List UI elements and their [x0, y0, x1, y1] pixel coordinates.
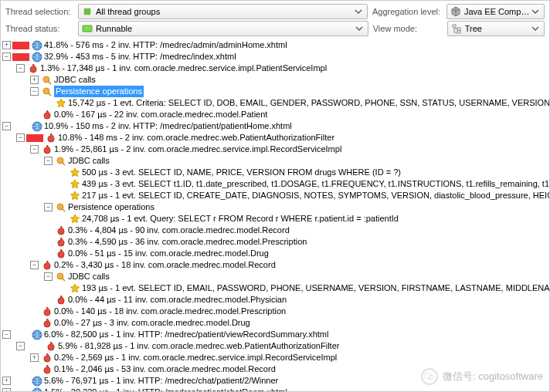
- tree-row[interactable]: 15,742 µs - 1 evt. Criteria: SELECT ID, …: [2, 97, 549, 109]
- tree-row[interactable]: 24,708 µs - 1 evt. Query: SELECT r FROM …: [2, 213, 549, 225]
- clover-icon: [82, 6, 93, 17]
- tree-row[interactable]: 439 µs - 3 evt. SELECT t1.ID, t1.date_pr…: [2, 178, 549, 190]
- collapse-toggle[interactable]: −: [44, 157, 53, 165]
- tree-row-label: 0.0% - 44 µs - 11 inv. com.oracle.medrec…: [68, 294, 287, 306]
- tree-row[interactable]: 0.0% - 51 µs - 15 inv. com.oracle.medrec…: [2, 248, 549, 259]
- percentage-bar: [26, 343, 43, 350]
- pin-icon: [56, 202, 66, 213]
- tree-row[interactable]: 193 µs - 1 evt. SELECT ID, EMAIL, PASSWO…: [2, 282, 549, 294]
- hot-icon: [42, 353, 53, 363]
- tree-row-label: 15,742 µs - 1 evt. Criteria: SELECT ID, …: [68, 97, 549, 109]
- no-toggle: [58, 180, 66, 188]
- collapse-toggle[interactable]: −: [44, 203, 53, 211]
- expand-toggle[interactable]: +: [2, 388, 11, 391]
- tree-row[interactable]: 0.0% - 140 µs - 18 inv. com.oracle.medre…: [2, 306, 549, 317]
- hot-icon: [46, 341, 56, 352]
- tree-row-label: 217 µs - 1 evt. SELECT ID, CREATE_DATE, …: [82, 190, 549, 201]
- percentage-bar: [12, 331, 29, 339]
- percentage-bar: [12, 42, 29, 49]
- collapse-toggle[interactable]: −: [16, 64, 25, 73]
- tree-row[interactable]: +0.2% - 2,569 µs - 1 inv. com.oracle.med…: [2, 352, 549, 363]
- tree-row[interactable]: −10.8% - 148 ms - 2 inv. com.oracle.medr…: [2, 132, 549, 144]
- tree-row[interactable]: 0.0% - 44 µs - 11 inv. com.oracle.medrec…: [2, 294, 549, 306]
- tree-row[interactable]: −1.3% - 17,348 µs - 1 inv. com.oracle.me…: [2, 63, 549, 74]
- globe-icon: [32, 329, 42, 340]
- tree-row-label: 0.2% - 3,430 µs - 18 inv. com.oracle.med…: [54, 259, 276, 271]
- tree-row[interactable]: −10.9% - 150 ms - 2 inv. HTTP: /medrec/p…: [2, 120, 549, 132]
- tree-row-label: 6.0% - 82,500 µs - 1 inv. HTTP: /medrec/…: [44, 329, 328, 340]
- collapse-toggle[interactable]: −: [16, 342, 25, 350]
- no-toggle: [58, 191, 66, 200]
- tree-row-label: 0.0% - 27 µs - 3 inv. com.oracle.medrec.…: [54, 317, 250, 329]
- tree-row-label: 5.6% - 76,971 µs - 1 inv. HTTP: /medrec/…: [44, 375, 278, 387]
- expand-toggle[interactable]: +: [2, 377, 11, 385]
- tree-row-label: 1.3% - 17,348 µs - 1 inv. com.oracle.med…: [40, 63, 327, 74]
- hot-icon: [42, 110, 53, 120]
- aggregation-combo[interactable]: Java EE Components: [446, 4, 545, 19]
- tree-row-label: JDBC calls: [68, 155, 110, 167]
- hot-icon: [56, 248, 66, 259]
- tree-row[interactable]: −Persistence operations: [2, 86, 549, 97]
- thread-status-value: Runnable: [96, 24, 132, 33]
- tree-row[interactable]: 0.1% - 2,046 µs - 53 inv. com.oracle.med…: [2, 363, 549, 375]
- tree-row[interactable]: −5.9% - 81,928 µs - 1 inv. com.oracle.me…: [2, 340, 549, 352]
- tree-row-label: Persistence operations: [68, 201, 154, 213]
- tree-row[interactable]: 500 µs - 3 evt. SELECT ID, NAME, PRICE, …: [2, 167, 549, 178]
- percentage-bar: [26, 134, 43, 142]
- pin-icon: [42, 86, 53, 97]
- expand-toggle[interactable]: +: [30, 76, 39, 84]
- tree-row-label: 10.8% - 148 ms - 2 inv. com.oracle.medre…: [58, 132, 334, 144]
- call-tree[interactable]: +41.8% - 576 ms - 2 inv. HTTP: /medrec/a…: [1, 38, 549, 391]
- runnable-icon: [82, 23, 93, 34]
- tree-row[interactable]: +1.5% - 20,220 µs - 1 inv. HTTP: /medrec…: [2, 387, 549, 391]
- tree-row[interactable]: −JDBC calls: [2, 155, 549, 167]
- collapse-toggle[interactable]: −: [30, 261, 39, 269]
- tree-row[interactable]: +JDBC calls: [2, 74, 549, 86]
- view-mode-combo[interactable]: Tree: [447, 21, 545, 36]
- expand-toggle[interactable]: +: [30, 353, 39, 362]
- star-icon: [70, 191, 80, 201]
- tree-row-label: 0.1% - 2,046 µs - 53 inv. com.oracle.med…: [54, 363, 276, 375]
- no-toggle: [44, 99, 53, 107]
- thread-selection-combo[interactable]: All thread groups: [78, 4, 368, 19]
- tree-row[interactable]: −JDBC calls: [2, 271, 549, 282]
- collapse-toggle[interactable]: −: [30, 145, 39, 154]
- tree-row-label: 0.0% - 51 µs - 15 inv. com.oracle.medrec…: [68, 248, 269, 259]
- collapse-toggle[interactable]: −: [2, 122, 11, 130]
- tree-row-label: 24,708 µs - 1 evt. Query: SELECT r FROM …: [82, 213, 399, 225]
- collapse-toggle[interactable]: −: [44, 272, 53, 281]
- hot-icon: [56, 237, 66, 248]
- tree-row[interactable]: 0.0% - 167 µs - 22 inv. com.oracle.medre…: [2, 109, 549, 120]
- chevron-down-icon: [354, 23, 365, 34]
- tree-row[interactable]: −32.9% - 453 ms - 5 inv. HTTP: /medrec/i…: [2, 51, 549, 63]
- tree-row[interactable]: 0.0% - 27 µs - 3 inv. com.oracle.medrec.…: [2, 317, 549, 329]
- toolbar: Thread selection: All thread groups Aggr…: [1, 1, 549, 37]
- tree-row[interactable]: 0.3% - 4,804 µs - 90 inv. com.oracle.med…: [2, 225, 549, 236]
- view-mode-value: Tree: [465, 24, 482, 33]
- tree-row[interactable]: −6.0% - 82,500 µs - 1 inv. HTTP: /medrec…: [2, 329, 549, 340]
- pin-icon: [56, 156, 66, 167]
- tree-row-label: 0.2% - 2,569 µs - 1 inv. com.oracle.medr…: [54, 352, 337, 363]
- collapse-toggle[interactable]: −: [2, 52, 11, 61]
- percentage-bar: [12, 53, 29, 61]
- view-mode-label: View mode:: [373, 24, 443, 33]
- tree-row[interactable]: 0.3% - 4,590 µs - 36 inv. com.oracle.med…: [2, 236, 549, 248]
- tree-row[interactable]: −1.9% - 25,861 µs - 2 inv. com.oracle.me…: [2, 144, 549, 155]
- tree-row[interactable]: 217 µs - 1 evt. SELECT ID, CREATE_DATE, …: [2, 190, 549, 201]
- tree-row-label: 10.9% - 150 ms - 2 inv. HTTP: /medrec/pa…: [44, 120, 292, 132]
- tree-row[interactable]: +5.6% - 76,971 µs - 1 inv. HTTP: /medrec…: [2, 375, 549, 387]
- tree-row[interactable]: −0.2% - 3,430 µs - 18 inv. com.oracle.me…: [2, 259, 549, 271]
- globe-icon: [32, 52, 42, 63]
- tree-row[interactable]: −Persistence operations: [2, 201, 549, 213]
- no-toggle: [44, 226, 53, 235]
- collapse-toggle[interactable]: −: [16, 133, 25, 142]
- hot-icon: [28, 63, 39, 74]
- collapse-toggle[interactable]: −: [2, 330, 11, 339]
- thread-selection-label: Thread selection:: [5, 7, 73, 16]
- no-toggle: [58, 215, 66, 223]
- tree-row[interactable]: +41.8% - 576 ms - 2 inv. HTTP: /medrec/a…: [2, 39, 549, 51]
- collapse-toggle[interactable]: −: [30, 87, 39, 96]
- expand-toggle[interactable]: +: [2, 41, 11, 49]
- aggregation-value: Java EE Components: [464, 7, 530, 16]
- thread-status-combo[interactable]: Runnable: [78, 21, 368, 36]
